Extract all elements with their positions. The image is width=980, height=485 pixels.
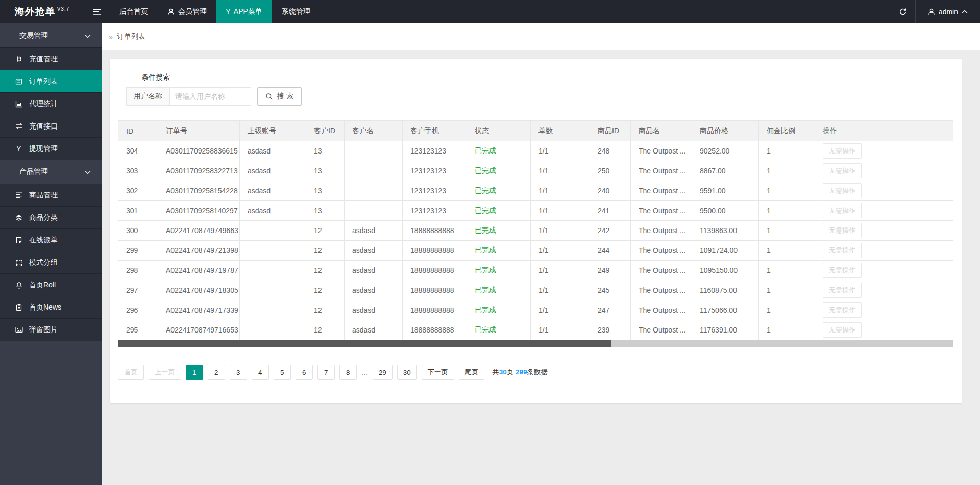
page-icon (16, 237, 22, 244)
search-row: 用户名称 搜 索 (126, 87, 945, 106)
sidebar-item[interactable]: 首页Roll (0, 273, 102, 296)
table-cell (240, 241, 306, 261)
table-cell (240, 221, 306, 241)
table-cell: 1 (759, 201, 815, 221)
table-cell: 8867.00 (692, 161, 759, 181)
last-page-button[interactable]: 尾页 (459, 365, 485, 380)
table-cell: 298 (118, 261, 158, 280)
no-action-button: 无需操作 (823, 243, 862, 258)
scrollbar-thumb[interactable] (118, 340, 611, 347)
table-cell: 13 (306, 161, 345, 181)
sidebar-item[interactable]: 模式分组 (0, 251, 102, 273)
search-button[interactable]: 搜 索 (257, 87, 302, 106)
top-nav-item[interactable]: 后台首页 (110, 0, 158, 23)
table-cell: 123123123 (403, 201, 467, 221)
page-number-button[interactable]: 5 (274, 365, 291, 380)
table-cell: asdasd (345, 221, 403, 241)
sidebar-item-label: 代理统计 (29, 99, 58, 109)
yen-icon: ¥ (226, 8, 230, 15)
status-cell: 已完成 (467, 300, 531, 320)
table-cell (240, 320, 306, 340)
search-icon (265, 93, 273, 100)
chevron-up-icon (962, 10, 968, 14)
sidebar-item-label: 模式分组 (29, 258, 58, 267)
sidebar-item[interactable]: 订单列表 (0, 70, 102, 92)
top-nav-item[interactable]: ¥APP菜单 (216, 0, 272, 23)
column-header: 订单号 (158, 121, 240, 141)
page-number-button[interactable]: 30 (397, 365, 417, 380)
refresh-icon (899, 8, 907, 16)
table-row: 300A0224170874974966312asdasd18888888888… (118, 221, 953, 241)
bell-icon (16, 282, 22, 289)
page-number-button[interactable]: 3 (230, 365, 247, 380)
sidebar-item-label: 产品管理 (19, 167, 48, 176)
layers-icon (15, 214, 22, 221)
username-input[interactable] (169, 87, 251, 106)
horizontal-scrollbar[interactable] (118, 340, 953, 347)
admin-dropdown[interactable]: admin (916, 0, 980, 23)
sidebar-item[interactable]: 在线派单 (0, 228, 102, 251)
sidebar-item-label: 商品分类 (29, 213, 58, 222)
status-badge: 已完成 (475, 226, 496, 234)
status-badge: 已完成 (475, 305, 496, 314)
sidebar-group-header[interactable]: 交易管理 (0, 23, 102, 47)
page-number-button[interactable]: 7 (317, 365, 335, 380)
sidebar-item[interactable]: 商品分类 (0, 206, 102, 228)
order-table-body: 304A03011709258836615asdasd13123123123已完… (118, 141, 953, 340)
chart-icon (15, 100, 22, 108)
status-cell: 已完成 (467, 261, 531, 280)
status-cell: 已完成 (467, 241, 531, 261)
sidebar-item[interactable]: 充值接口 (0, 115, 102, 137)
table-cell: 239 (590, 320, 631, 340)
table-cell: 1175066.00 (692, 300, 759, 320)
table-cell: 90252.00 (692, 141, 759, 161)
no-action-button: 无需操作 (823, 322, 862, 338)
sidebar-group-header[interactable]: 产品管理 (0, 160, 102, 184)
sidebar-item[interactable]: 充值管理 (0, 47, 102, 70)
table-cell: The Outpost ... (631, 261, 692, 280)
status-cell: 已完成 (467, 280, 531, 300)
table-cell: 18888888888 (403, 261, 467, 280)
table-cell: 247 (590, 300, 631, 320)
table-row: 297A0224170874971830512asdasd18888888888… (118, 280, 953, 300)
topbar-right: admin (891, 0, 980, 23)
sidebar-item[interactable]: 首页News (0, 296, 102, 318)
table-cell: asdasd (240, 141, 306, 161)
table-cell (345, 181, 403, 201)
sidebar-item[interactable]: 弹窗图片 (0, 318, 102, 341)
table-cell: 244 (590, 241, 631, 261)
group-icon (15, 259, 23, 266)
page-number-button[interactable]: 6 (296, 365, 313, 380)
status-cell: 已完成 (467, 161, 531, 181)
table-cell: asdasd (345, 241, 403, 261)
sidebar-item[interactable]: ¥提现管理 (0, 137, 102, 160)
table-cell: 303 (118, 161, 158, 181)
table-cell: 12 (306, 221, 345, 241)
page-number-button[interactable]: 29 (373, 365, 393, 380)
page-number-button[interactable]: 8 (339, 365, 357, 380)
table-cell: asdasd (345, 261, 403, 280)
column-header: 状态 (467, 121, 531, 141)
next-page-button[interactable]: 下一页 (422, 365, 454, 380)
page-number-button[interactable]: 1 (186, 365, 203, 380)
table-cell: A02241708749716653 (158, 320, 240, 340)
total-pages-count: 30 (499, 368, 507, 376)
table-cell: 300 (118, 221, 158, 241)
table-cell: The Outpost ... (631, 280, 692, 300)
sidebar-item[interactable]: 商品管理 (0, 184, 102, 206)
table-cell (345, 141, 403, 161)
refresh-button[interactable] (891, 0, 915, 23)
table-cell: 297 (118, 280, 158, 300)
collapse-menu-button[interactable] (84, 0, 110, 23)
page-number-button[interactable]: 2 (208, 365, 225, 380)
top-nav-item[interactable]: 会员管理 (158, 0, 216, 23)
table-cell: 1 (759, 320, 815, 340)
top-nav-item[interactable]: 系统管理 (272, 0, 320, 23)
sidebar-item[interactable]: 代理统计 (0, 92, 102, 115)
table-cell: The Outpost ... (631, 181, 692, 201)
page-number-button[interactable]: 4 (252, 365, 269, 380)
table-cell: 12 (306, 280, 345, 300)
column-header: 客户ID (306, 121, 345, 141)
image-icon (15, 326, 23, 333)
sidebar-item-label: 商品管理 (29, 191, 58, 200)
